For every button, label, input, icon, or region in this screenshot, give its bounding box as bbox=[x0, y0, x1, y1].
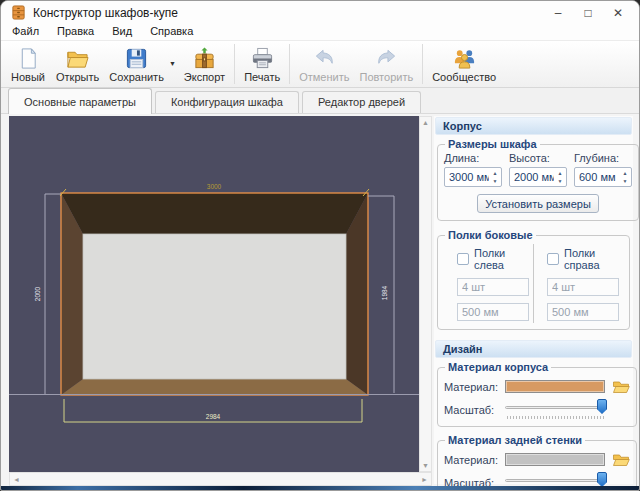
group-body-material: Материал корпуса Материал: Масштаб: bbox=[437, 361, 637, 427]
scroll-down-icon[interactable]: ▼ bbox=[422, 462, 429, 469]
group-caption: Полки боковые bbox=[445, 229, 536, 241]
dim-bottom-label: 2984 bbox=[206, 413, 221, 420]
height-stepper[interactable]: ▲ ▼ bbox=[509, 167, 567, 187]
depth-label: Глубина: bbox=[574, 152, 632, 164]
undo-label: Отменить bbox=[299, 71, 349, 83]
slider-ticks bbox=[507, 416, 605, 419]
group-back-material: Материал задней стенки Материал: Масштаб… bbox=[437, 434, 637, 491]
height-label: Высота: bbox=[509, 152, 567, 164]
new-button[interactable]: Новый bbox=[5, 42, 51, 86]
export-button[interactable]: Экспорт bbox=[179, 42, 230, 86]
height-input[interactable] bbox=[510, 168, 554, 186]
spin-up-icon[interactable]: ▲ bbox=[623, 170, 628, 176]
body-material-scale-slider[interactable] bbox=[505, 399, 607, 420]
slider-thumb[interactable] bbox=[597, 399, 607, 414]
shelves-right-label: Полки справа bbox=[564, 247, 623, 271]
set-sizes-button[interactable]: Установить размеры bbox=[477, 194, 599, 213]
vertical-scrollbar[interactable]: ▲ ▼ bbox=[419, 116, 432, 472]
tab-door-editor[interactable]: Редактор дверей bbox=[302, 91, 421, 113]
settings-panel: Корпус Размеры шкафа Длина: ▲ ▼ bbox=[434, 116, 633, 484]
spin-down-icon[interactable]: ▼ bbox=[558, 178, 563, 184]
shelves-left-checkbox[interactable] bbox=[457, 253, 469, 265]
redo-button[interactable]: Повторить bbox=[354, 42, 418, 86]
shelves-right-count-input[interactable] bbox=[547, 278, 619, 296]
print-button[interactable]: Печать bbox=[239, 42, 285, 86]
scale-label: Масштаб: bbox=[444, 404, 498, 416]
shelves-right-checkbox[interactable] bbox=[547, 253, 559, 265]
undo-button[interactable]: Отменить bbox=[294, 42, 354, 86]
spin-up-icon[interactable]: ▲ bbox=[493, 170, 498, 176]
back-material-browse-button[interactable] bbox=[612, 452, 630, 467]
back-material-swatch bbox=[505, 453, 605, 466]
open-label: Открыть bbox=[56, 71, 99, 83]
dim-left-label: 2000 bbox=[34, 286, 41, 301]
menu-view[interactable]: Вид bbox=[103, 23, 141, 39]
material-label: Материал: bbox=[444, 454, 498, 466]
new-label: Новый bbox=[11, 71, 45, 83]
group-caption: Материал задней стенки bbox=[445, 434, 585, 446]
spin-down-icon[interactable]: ▼ bbox=[493, 178, 498, 184]
group-side-shelves: Полки боковые Полки слева Полки спр bbox=[437, 229, 630, 330]
group-wardrobe-sizes: Размеры шкафа Длина: ▲ ▼ Высота bbox=[437, 138, 639, 221]
length-stepper[interactable]: ▲ ▼ bbox=[444, 167, 502, 187]
menu-edit[interactable]: Правка bbox=[48, 23, 103, 39]
export-chest-icon bbox=[193, 47, 216, 70]
open-button[interactable]: Открыть bbox=[51, 42, 104, 86]
spin-up-icon[interactable]: ▲ bbox=[558, 170, 563, 176]
app-window: Конструктор шкафов-купе – □ ✕ Файл Правк… bbox=[0, 0, 640, 491]
menu-file[interactable]: Файл bbox=[3, 23, 48, 39]
minimize-button[interactable]: – bbox=[543, 4, 573, 22]
group-caption: Размеры шкафа bbox=[445, 138, 540, 150]
shelves-left-width-input[interactable] bbox=[457, 303, 529, 321]
body-material-browse-button[interactable] bbox=[612, 379, 630, 394]
close-button[interactable]: ✕ bbox=[603, 4, 633, 22]
menu-help[interactable]: Справка bbox=[141, 23, 202, 39]
wardrobe-canvas[interactable]: 2000 1984 3000 2984 bbox=[9, 116, 419, 472]
main-content: 2000 1984 3000 2984 ▲ ▼ ◄ ► Корпу bbox=[1, 114, 639, 486]
desktop-edge bbox=[1, 486, 639, 490]
tab-main-parameters[interactable]: Основные параметры bbox=[8, 88, 152, 114]
toolbar-separator bbox=[289, 44, 290, 84]
export-label: Экспорт bbox=[184, 71, 225, 83]
toolbar: Новый Открыть Сохранить ▼ bbox=[1, 40, 639, 88]
title-bar: Конструктор шкафов-купе – □ ✕ bbox=[1, 1, 639, 22]
scroll-right-icon[interactable]: ► bbox=[421, 476, 428, 483]
undo-icon bbox=[313, 47, 336, 70]
section-header-body: Корпус bbox=[435, 117, 632, 135]
spin-down-icon[interactable]: ▼ bbox=[623, 178, 628, 184]
app-icon bbox=[11, 5, 26, 20]
shelves-left-count-input[interactable] bbox=[457, 278, 529, 296]
slider-track[interactable] bbox=[505, 479, 607, 482]
community-button[interactable]: Сообщество bbox=[427, 42, 501, 86]
length-input[interactable] bbox=[445, 168, 489, 186]
shelves-right-width-input[interactable] bbox=[547, 303, 619, 321]
maximize-button[interactable]: □ bbox=[573, 4, 603, 22]
depth-input[interactable] bbox=[575, 168, 619, 186]
redo-label: Повторить bbox=[359, 71, 413, 83]
scroll-left-icon[interactable]: ◄ bbox=[13, 476, 20, 483]
window-title: Конструктор шкафов-купе bbox=[33, 6, 543, 20]
section-header-design: Дизайн bbox=[435, 340, 632, 358]
new-document-icon bbox=[17, 47, 40, 70]
community-people-icon bbox=[453, 47, 476, 70]
scroll-up-icon[interactable]: ▲ bbox=[422, 119, 429, 126]
group-caption: Материал корпуса bbox=[445, 361, 551, 373]
slider-track[interactable] bbox=[505, 406, 607, 409]
toolbar-separator bbox=[234, 44, 235, 84]
folder-icon bbox=[612, 452, 630, 467]
body-material-swatch bbox=[505, 380, 605, 393]
tab-wardrobe-configuration[interactable]: Конфигурация шкафа bbox=[155, 91, 299, 113]
material-label: Материал: bbox=[444, 381, 498, 393]
dim-right-label: 1984 bbox=[381, 285, 388, 300]
depth-stepper[interactable]: ▲ ▼ bbox=[574, 167, 632, 187]
save-button[interactable]: Сохранить bbox=[104, 42, 169, 86]
menu-bar: Файл Правка Вид Справка bbox=[1, 22, 639, 40]
printer-icon bbox=[251, 47, 274, 70]
save-dropdown-arrow[interactable]: ▼ bbox=[169, 42, 179, 67]
save-floppy-icon bbox=[125, 47, 148, 70]
dim-top-label: 3000 bbox=[207, 183, 222, 190]
redo-icon bbox=[375, 47, 398, 70]
horizontal-scrollbar[interactable]: ◄ ► bbox=[9, 472, 432, 486]
shelves-left-label: Полки слева bbox=[474, 247, 533, 271]
slider-thumb[interactable] bbox=[597, 472, 607, 487]
